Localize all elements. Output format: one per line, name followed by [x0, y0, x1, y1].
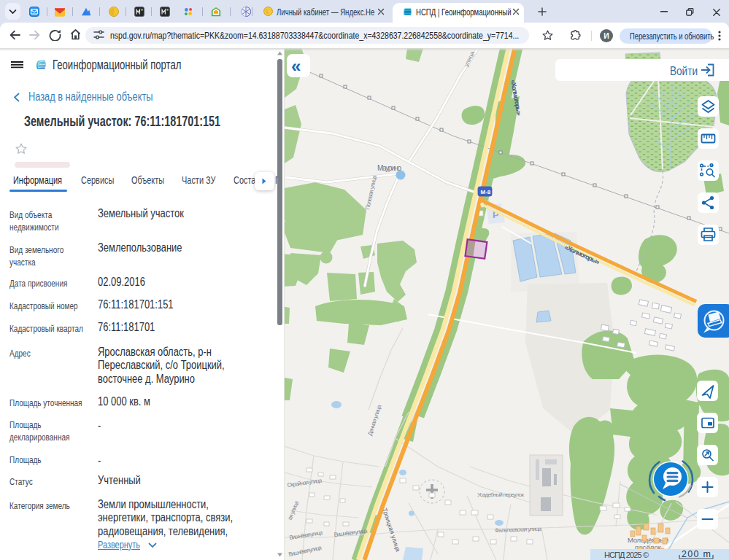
svg-text:«: «	[291, 56, 301, 76]
svg-text:200 m: 200 m	[682, 549, 711, 559]
svg-text:НСПД 2025 ©: НСПД 2025 ©	[604, 551, 649, 559]
svg-text:Усадебный переулок: Усадебный переулок	[477, 491, 525, 498]
svg-text:Войти: Войти	[670, 64, 698, 77]
svg-text:М-8: М-8	[481, 189, 491, 195]
svg-text:Маурино: Маурино	[377, 164, 401, 172]
